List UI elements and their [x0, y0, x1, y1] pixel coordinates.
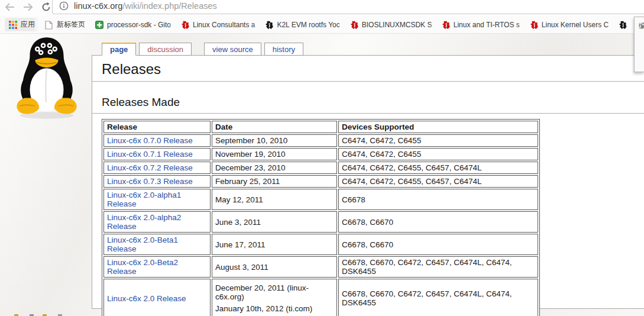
- clipped-panel-text: 编: [639, 22, 644, 30]
- tab-history[interactable]: history: [264, 43, 303, 56]
- release-link[interactable]: Linux-c6x 2.0-Beta2 Release: [107, 258, 178, 276]
- column-header: Date: [212, 121, 337, 133]
- green-plus-icon: [95, 21, 103, 29]
- table-row: Linux-c6x 0.7.2 ReleaseDecember 23, 2010…: [103, 162, 538, 174]
- devices-cell: C6678: [338, 189, 538, 210]
- date-cell: September 10, 2010: [212, 134, 337, 147]
- release-link[interactable]: Linux-c6x 2.0-alpha1 Release: [107, 191, 181, 208]
- bookmark-label: K2L EVM rootfs Yoc: [277, 21, 339, 29]
- bookmark-label: Linux and TI-RTOS s: [454, 21, 520, 29]
- wiki-content: Releases Releases Made ReleaseDateDevice…: [92, 55, 644, 309]
- release-cell: Linux-c6x 0.7.2 Release: [103, 162, 211, 174]
- devices-cell: C6678, C6670: [338, 211, 538, 233]
- page-info-icon[interactable]: [59, 1, 69, 11]
- date-line: January 10th, 2012 (ti.com): [215, 304, 334, 313]
- date-cell: November 19, 2010: [212, 148, 337, 160]
- bookmark-item[interactable]: Linux Consultants a: [177, 19, 259, 31]
- bookmark-item[interactable]: 新标签页: [41, 18, 89, 31]
- devices-cell: C6474, C6472, C6455, C6457, C6474L: [338, 175, 538, 188]
- page-title: Releases: [92, 56, 644, 82]
- tab-page[interactable]: page: [102, 43, 136, 56]
- url-text: linux-c6x.org/wiki/index.php/Releases: [74, 1, 217, 11]
- apps-grid-icon: [9, 21, 17, 29]
- devices-cell: C6678, C6670, C6472, C6457, C6474L, C647…: [338, 256, 538, 278]
- bookmark-label: processor-sdk - Gito: [107, 21, 171, 29]
- section-heading: Releases Made: [92, 82, 644, 114]
- release-cell: Linux-c6x 2.0-Beta2 Release: [103, 256, 211, 278]
- ti-red-icon: [350, 21, 358, 29]
- ti-red-icon: [530, 21, 538, 29]
- ti-black-icon: [619, 21, 627, 29]
- column-header: Release: [103, 121, 211, 133]
- bookmark-label: BIOSLINUXMCSDK S: [362, 21, 432, 29]
- column-header: Devices Supported: [338, 121, 538, 133]
- forward-icon[interactable]: [22, 1, 34, 13]
- date-cell: May 12, 2011: [212, 189, 337, 210]
- release-cell: Linux-c6x 2.0 Release: [103, 279, 211, 316]
- ti-red-icon: [442, 21, 450, 29]
- release-cell: Linux-c6x 0.7.3 Release: [103, 175, 211, 188]
- bookmark-item[interactable]: processor-sdk - Gito: [91, 19, 175, 31]
- table-row: Linux-c6x 2.0 ReleaseDecember 20, 2011 (…: [103, 279, 538, 316]
- release-link[interactable]: Linux-c6x 0.7.2 Release: [107, 163, 193, 172]
- devices-cell: C6474, C6472, C6455: [338, 134, 538, 147]
- wiki-page: pagediscussionview sourcehistory Release…: [0, 34, 644, 316]
- date-line: December 20, 2011 (linux-c6x.org): [215, 283, 334, 301]
- bookmark-label: 新标签页: [57, 20, 85, 30]
- date-cell: August 3, 2011: [212, 256, 337, 278]
- date-cell: February 25, 2011: [212, 175, 337, 188]
- bookmark-item[interactable]: Linux and TI-RTOS s: [438, 19, 524, 31]
- date-cell: June 3, 2011: [212, 211, 337, 233]
- release-link[interactable]: Linux-c6x 2.0-Beta1 Release: [107, 236, 178, 253]
- release-link[interactable]: Linux-c6x 2.0-alpha2 Release: [107, 213, 181, 231]
- bookmarks-bar: 应用 新标签页processor-sdk - GitoLinux Consult…: [0, 16, 644, 34]
- table-header-row: ReleaseDateDevices Supported: [103, 121, 538, 133]
- new-tab-page-icon: [45, 21, 53, 29]
- address-bar[interactable]: linux-c6x.org/wiki/index.php/Releases: [52, 0, 644, 14]
- date-cell: December 20, 2011 (linux-c6x.org)January…: [212, 279, 337, 316]
- linux-c6x-tux-logo[interactable]: [12, 34, 82, 124]
- browser-toolbar: linux-c6x.org/wiki/index.php/Releases: [0, 0, 644, 16]
- table-row: Linux-c6x 2.0-alpha1 ReleaseMay 12, 2011…: [103, 189, 538, 210]
- release-cell: Linux-c6x 2.0-alpha2 Release: [103, 211, 211, 233]
- reload-icon[interactable]: [40, 1, 52, 13]
- table-row: Linux-c6x 0.7.3 ReleaseFebruary 25, 2011…: [103, 175, 538, 188]
- release-cell: Linux-c6x 2.0-Beta1 Release: [103, 234, 211, 255]
- bookmark-item[interactable]: [614, 19, 631, 31]
- release-cell: Linux-c6x 2.0-alpha1 Release: [103, 189, 211, 210]
- apps-shortcut[interactable]: 应用: [5, 18, 39, 31]
- table-row: Linux-c6x 2.0-Beta1 ReleaseJune 17, 2011…: [103, 234, 538, 255]
- devices-cell: C6474, C6472, C6455, C6457, C6474L: [338, 162, 538, 174]
- devices-cell: C6678, C6670: [338, 234, 538, 255]
- table-row: Linux-c6x 2.0-alpha2 ReleaseJune 3, 2011…: [103, 211, 538, 233]
- releases-table: ReleaseDateDevices Supported Linux-c6x 0…: [102, 119, 540, 316]
- back-icon[interactable]: [4, 1, 15, 13]
- release-link[interactable]: Linux-c6x 0.7.1 Release: [107, 150, 193, 159]
- bookmark-item[interactable]: K2L EVM rootfs Yoc: [261, 19, 344, 31]
- wiki-tabs: pagediscussionview sourcehistory: [102, 43, 306, 56]
- release-cell: Linux-c6x 0.7.0 Release: [103, 134, 211, 147]
- bookmark-label: Linux Kernel Users C: [542, 21, 609, 29]
- devices-cell: C6474, C6472, C6455: [338, 148, 538, 160]
- tab-view-source[interactable]: view source: [204, 43, 261, 56]
- apps-shortcut-label: 应用: [21, 20, 35, 30]
- bookmark-item[interactable]: Linux Kernel Users C: [526, 19, 613, 31]
- clipped-corner-panel: 编: [634, 17, 644, 72]
- date-cell: December 23, 2010: [212, 162, 337, 174]
- date-cell: June 17, 2011: [212, 234, 337, 255]
- tab-discussion[interactable]: discussion: [139, 43, 192, 56]
- table-row: Linux-c6x 0.7.1 ReleaseNovember 19, 2010…: [103, 148, 538, 160]
- table-row: Linux-c6x 0.7.0 ReleaseSeptember 10, 201…: [103, 134, 538, 147]
- release-link[interactable]: Linux-c6x 2.0 Release: [107, 294, 186, 303]
- ti-black-icon: [265, 21, 273, 29]
- release-cell: Linux-c6x 0.7.1 Release: [103, 148, 211, 160]
- release-link[interactable]: Linux-c6x 0.7.3 Release: [107, 177, 193, 186]
- devices-cell: C6678, C6670, C6472, C6457, C6474L, C647…: [338, 279, 538, 316]
- bookmark-label: Linux Consultants a: [193, 21, 255, 29]
- ti-red-icon: [181, 21, 189, 29]
- table-row: Linux-c6x 2.0-Beta2 ReleaseAugust 3, 201…: [103, 256, 538, 278]
- bookmark-item[interactable]: BIOSLINUXMCSDK S: [346, 19, 436, 31]
- release-link[interactable]: Linux-c6x 0.7.0 Release: [107, 136, 193, 145]
